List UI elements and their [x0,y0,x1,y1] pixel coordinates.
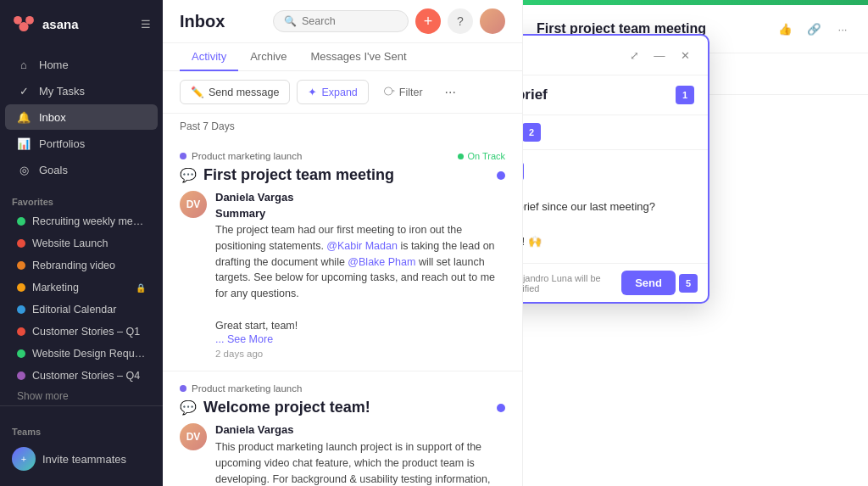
fav-item-website-launch[interactable]: Website Launch [5,233,158,254]
feed-body-2: DV Daniela Vargas This product marketing… [180,423,505,486]
feed-item-header: Product marketing launch On Track [180,151,505,161]
fav-color-dot [17,261,25,270]
status-badge: On Track [458,151,505,161]
top-search-bar: 🔍 + ? [273,8,505,34]
feed-content: Daniela Vargas Summary The project team … [215,191,505,359]
step1-badge: 1 [676,86,694,104]
nm-minimize-button[interactable]: — [648,44,670,66]
project-dot-2 [180,385,186,392]
inbox-icon: 🔔 [17,110,31,124]
fav-color-dot [17,327,25,336]
invite-teammates-button[interactable]: + Invite teammates [0,440,163,478]
send-message-final-button[interactable]: Send [621,271,676,295]
help-button[interactable]: ? [448,8,473,34]
fav-item-website-design[interactable]: Website Design Reque... [5,344,158,364]
tasks-icon: ✓ [17,84,31,98]
logo-text: asana [42,17,79,31]
goals-icon: ◎ [17,163,31,176]
main-content: Inbox 🔍 + ? Activity Archive Messages I'… [163,0,522,486]
fav-item-rebranding[interactable]: Rebranding video [5,255,158,276]
step3-badge: 3 [522,162,524,181]
search-icon: 🔍 [284,15,297,27]
tab-archive[interactable]: Archive [238,43,298,71]
comment-icon-2: 💬 [180,399,197,416]
sidebar-item-my-tasks[interactable]: ✓ My Tasks [5,78,158,103]
inbox-toolbar: ✏️ Send message ✦ Expand ⧂ Filter ··· [163,71,522,114]
right-panel: First project team meeting 👍 🔗 ··· DV Da… [522,0,868,486]
sidebar-item-portfolios[interactable]: 📊 Portfolios [5,131,158,156]
status-dot [458,154,464,159]
fav-color-dot [17,217,25,226]
fav-item-recruiting[interactable]: Recruiting weekly mee... [5,211,158,232]
teams-section: Teams + Invite teammates [0,405,163,486]
fav-item-customer-stories-q4[interactable]: Customer Stories – Q4 [5,366,158,386]
step5-badge: 5 [679,274,698,293]
search-input[interactable] [302,15,398,27]
feed-item-header-2: Product marketing launch [180,383,505,394]
nm-expand-button[interactable]: ⤢ [623,44,645,66]
filter-button[interactable]: ⧂ Filter [376,81,431,103]
filter-icon: ⧂ [384,86,395,98]
fav-color-dot [17,371,25,380]
like-button[interactable]: 👍 [773,17,797,41]
menu-icon[interactable]: ☰ [141,18,151,31]
see-more-link[interactable]: ... See More [215,333,505,345]
fav-color-dot [17,305,25,314]
nm-header-actions: ⤢ — ✕ [623,44,696,66]
more-options-button[interactable]: ··· [438,81,463,103]
feed-title-row: 💬 First project team meeting [180,166,505,184]
svg-point-2 [25,16,34,25]
nm-close-button[interactable]: ✕ [674,44,696,66]
feed-body: DV Daniela Vargas Summary The project te… [180,191,505,359]
favorites-section-label: Favorites [0,187,163,210]
feed-content-2: Daniela Vargas This product marketing la… [215,423,505,486]
fav-item-editorial[interactable]: Editorial Calendar [5,299,158,320]
sidebar-item-goals[interactable]: ◎ Goals [5,157,158,182]
home-icon: ⌂ [17,58,31,71]
new-message-modal: New message ⤢ — ✕ Update on content brie… [522,34,709,304]
feed-item-first-meeting[interactable]: Product marketing launch On Track 💬 Firs… [163,139,522,371]
sidebar: asana ☰ ⌂ Home ✓ My Tasks 🔔 Inbox 📊 Port… [0,0,163,486]
user-avatar[interactable] [480,8,505,34]
send-message-button[interactable]: ✏️ Send message [180,80,290,104]
panel-actions: 👍 🔗 ··· [773,17,854,41]
tab-activity[interactable]: Activity [180,43,238,71]
fav-item-marketing[interactable]: Marketing 🔒 [5,277,158,298]
mention-kabir[interactable]: @Kabir Madan [326,240,398,252]
avatar-daniela: DV [180,191,207,218]
show-more-button[interactable]: Show more [0,387,163,405]
nm-header: New message ⤢ — ✕ [522,36,708,75]
link-button[interactable]: 🔗 [802,17,826,41]
nm-subject-row: Update on content brief 1 [522,75,708,115]
portfolios-icon: 📊 [17,137,31,150]
feed-text-2: This product marketing launch project is… [215,439,505,486]
expand-icon: ✦ [308,86,317,98]
unread-dot [497,171,505,180]
feed-title-row-2: 💬 Welcome project team! [180,399,505,416]
search-box[interactable]: 🔍 [273,10,409,32]
panel-more-button[interactable]: ··· [831,17,854,41]
fav-color-dot [17,283,25,292]
feed-item-welcome[interactable]: Product marketing launch 💬 Welcome proje… [163,371,522,486]
fav-item-customer-stories-q1[interactable]: Customer Stories – Q1 [5,321,158,342]
tabs-area: Activity Archive Messages I've Sent [163,43,522,71]
sidebar-item-inbox[interactable]: 🔔 Inbox [5,104,158,130]
sidebar-item-home[interactable]: ⌂ Home [5,52,158,77]
svg-point-1 [14,16,22,25]
expand-button[interactable]: ✦ Expand [297,80,368,104]
mention-blake[interactable]: @Blake Pham [348,256,415,268]
project-dot [180,153,186,159]
lock-icon: 🔒 [136,283,146,293]
tab-messages-sent[interactable]: Messages I've Sent [299,43,419,71]
fav-color-dot [17,349,25,358]
add-button[interactable]: + [415,8,441,34]
invite-avatar: + [12,447,36,471]
sidebar-navigation: ⌂ Home ✓ My Tasks 🔔 Inbox 📊 Portfolios ◎… [0,47,163,187]
teams-label: Teams [0,416,163,440]
sidebar-logo: asana ☰ [0,0,163,47]
inbox-feed: Product marketing launch On Track 💬 Firs… [163,139,522,486]
main-header: Inbox 🔍 + ? [163,0,522,43]
nm-body[interactable]: Hey @Alejandro Luna, 3 Any update on the… [522,150,708,263]
body-line3: Thanks for all the hard work! 🙌 [522,235,542,248]
avatar-daniela-2: DV [180,423,207,450]
